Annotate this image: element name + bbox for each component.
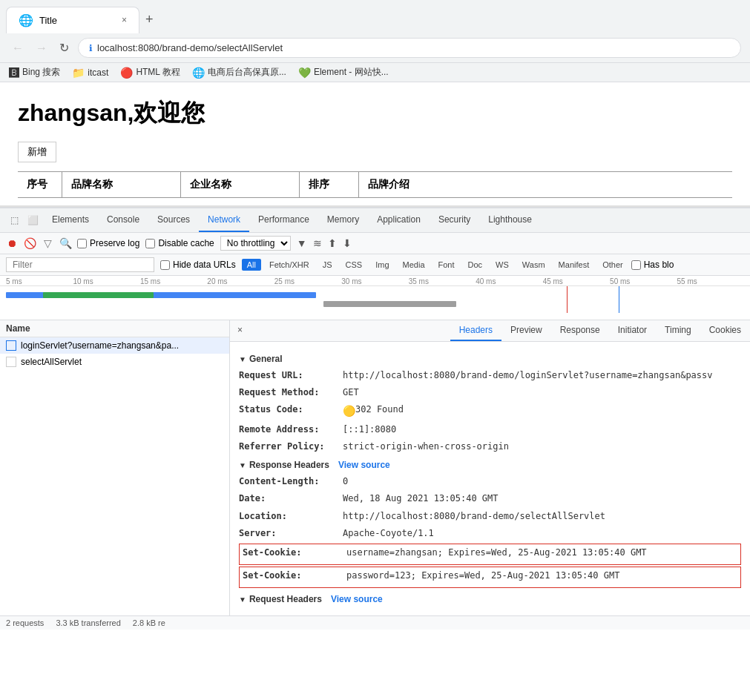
filter-tag-font[interactable]: Font <box>433 259 460 271</box>
itcast-icon: 📁 <box>72 67 85 79</box>
filter-tag-img[interactable]: Img <box>370 259 394 271</box>
list-item-login-name: loginServlet?username=zhangsan&pa... <box>21 340 179 351</box>
throttle-select[interactable]: No throttling <box>220 236 291 251</box>
remote-address-label: Remote Address: <box>239 423 343 437</box>
requests-count: 2 requests <box>6 618 44 627</box>
tab-security[interactable]: Security <box>430 208 479 232</box>
tab-console[interactable]: Console <box>98 208 148 232</box>
details-tab-headers[interactable]: Headers <box>450 320 501 341</box>
back-btn[interactable]: ← <box>9 39 27 58</box>
date-value: Wed, 18 Aug 2021 13:05:40 GMT <box>343 492 499 506</box>
th-order: 排序 <box>300 172 359 197</box>
list-item-select[interactable]: selectAllServlet <box>0 354 229 370</box>
details-tab-timing[interactable]: Timing <box>656 320 700 341</box>
details-tab-initiator[interactable]: Initiator <box>609 320 656 341</box>
upload-icon[interactable]: ⬆ <box>328 237 337 249</box>
server-value: Apache-Coyote/1.1 <box>343 526 434 541</box>
filter-tag-js[interactable]: JS <box>318 259 338 271</box>
mark-35ms: 35 ms <box>409 276 476 285</box>
inspect-icon[interactable]: ⬚ <box>6 211 23 230</box>
add-button[interactable]: 新增 <box>18 142 56 162</box>
disable-cache-checkbox[interactable] <box>145 239 155 248</box>
bookmark-element[interactable]: 💚 Element - 网站快... <box>298 66 389 79</box>
filter-tag-wasm[interactable]: Wasm <box>517 259 550 271</box>
file-icon-select <box>6 357 16 367</box>
new-tab-btn[interactable]: + <box>139 6 159 33</box>
forward-btn[interactable]: → <box>33 39 50 58</box>
req-triangle-icon: ▼ <box>239 595 246 604</box>
filter-tag-manifest[interactable]: Manifest <box>553 259 595 271</box>
request-method-value: GET <box>343 386 359 400</box>
bookmark-element-label: Element - 网站快... <box>314 66 389 79</box>
list-item-login[interactable]: loginServlet?username=zhangsan&pa... <box>0 337 229 354</box>
preserve-log-label[interactable]: Preserve log <box>77 238 139 248</box>
tab-memory[interactable]: Memory <box>318 208 368 232</box>
file-icon-login <box>6 340 16 351</box>
has-blocked-label[interactable]: Has blo <box>631 260 674 270</box>
tab-performance[interactable]: Performance <box>249 208 318 232</box>
filter-tag-xhr[interactable]: Fetch/XHR <box>264 259 315 271</box>
filter-btn[interactable]: ▽ <box>42 237 53 249</box>
date-row: Date: Wed, 18 Aug 2021 13:05:40 GMT <box>239 492 741 506</box>
filter-tag-media[interactable]: Media <box>398 259 430 271</box>
tab-elements[interactable]: Elements <box>43 208 98 232</box>
list-header-name: Name <box>6 323 30 334</box>
refresh-btn[interactable]: ↻ <box>56 38 72 58</box>
details-tab-response[interactable]: Response <box>551 320 609 341</box>
filter-input[interactable] <box>6 257 154 272</box>
mark-5ms: 5 ms <box>6 276 73 285</box>
bookmark-ecommerce[interactable]: 🌐 电商后台高保真原... <box>192 66 286 79</box>
bookmark-itcast[interactable]: 📁 itcast <box>72 67 108 79</box>
has-blocked-checkbox[interactable] <box>631 260 641 270</box>
referrer-policy-value: strict-origin-when-cross-origin <box>343 440 509 454</box>
response-headers-section: ▼ Response Headers View source <box>239 460 741 470</box>
filter-tag-css[interactable]: CSS <box>341 259 368 271</box>
mark-55ms: 55 ms <box>677 276 744 285</box>
mark-45ms: 45 ms <box>543 276 610 285</box>
cookie1-label: Set-Cookie: <box>243 546 346 560</box>
hide-data-urls-checkbox[interactable] <box>160 260 170 270</box>
response-view-source[interactable]: View source <box>338 460 390 470</box>
tab-sources[interactable]: Sources <box>148 208 199 232</box>
bookmark-bing[interactable]: 🅱 Bing 搜索 <box>9 66 60 79</box>
address-input[interactable]: ℹ localhost:8080/brand-demo/selectAllSer… <box>78 38 741 58</box>
cookie2-row: Set-Cookie: password=123; Expires=Wed, 2… <box>243 569 737 583</box>
request-view-source[interactable]: View source <box>331 594 383 604</box>
device-icon[interactable]: ⬜ <box>23 211 43 230</box>
download-icon[interactable]: ⬇ <box>343 237 352 249</box>
filter-tag-ws[interactable]: WS <box>490 259 514 271</box>
referrer-policy-label: Referrer Policy: <box>239 440 343 454</box>
filter-tags: All Fetch/XHR JS CSS Img Media Font Doc … <box>242 259 674 271</box>
preserve-log-checkbox[interactable] <box>77 239 87 248</box>
mark-10ms: 10 ms <box>73 276 139 285</box>
tab-lighthouse[interactable]: Lighthouse <box>479 208 541 232</box>
tab-close-btn[interactable]: × <box>122 15 127 25</box>
page-title: zhangsan,欢迎您 <box>18 97 732 130</box>
details-close-btn[interactable]: × <box>230 320 250 341</box>
filter-tag-other[interactable]: Other <box>597 259 628 271</box>
content-length-label: Content-Length: <box>239 475 343 489</box>
hide-data-urls-label[interactable]: Hide data URLs <box>160 260 236 270</box>
page-content: zhangsan,欢迎您 新增 序号 品牌名称 企业名称 排序 品牌介绍 <box>0 82 750 207</box>
bookmarks-bar: 🅱 Bing 搜索 📁 itcast 🔴 HTML 教程 🌐 电商后台高保真原.… <box>0 62 750 82</box>
filter-tag-all[interactable]: All <box>242 259 261 271</box>
bookmark-ecommerce-label: 电商后台高保真原... <box>208 66 286 79</box>
status-bar: 2 requests 3.3 kB transferred 2.8 kB re <box>0 615 750 630</box>
remote-address-value: [::1]:8080 <box>343 423 396 437</box>
content-length-value: 0 <box>343 475 348 489</box>
record-btn[interactable]: ⏺ <box>6 237 18 249</box>
mark-25ms: 25 ms <box>274 276 341 285</box>
tab-application[interactable]: Application <box>368 208 430 232</box>
disable-cache-label[interactable]: Disable cache <box>145 238 214 248</box>
timeline: 5 ms 10 ms 15 ms 20 ms 25 ms 30 ms 35 ms… <box>0 276 750 320</box>
clear-btn[interactable]: 🚫 <box>24 237 36 249</box>
search-btn[interactable]: 🔍 <box>59 237 71 249</box>
lock-icon: ℹ <box>89 43 93 53</box>
details-tab-cookies[interactable]: Cookies <box>700 320 750 341</box>
filter-tag-doc[interactable]: Doc <box>463 259 488 271</box>
bookmark-html[interactable]: 🔴 HTML 教程 <box>120 66 180 79</box>
active-tab[interactable]: 🌐 Title × <box>6 7 139 33</box>
details-tab-preview[interactable]: Preview <box>501 320 551 341</box>
tab-network[interactable]: Network <box>199 208 249 232</box>
address-text: localhost:8080/brand-demo/selectAllServl… <box>97 42 283 53</box>
